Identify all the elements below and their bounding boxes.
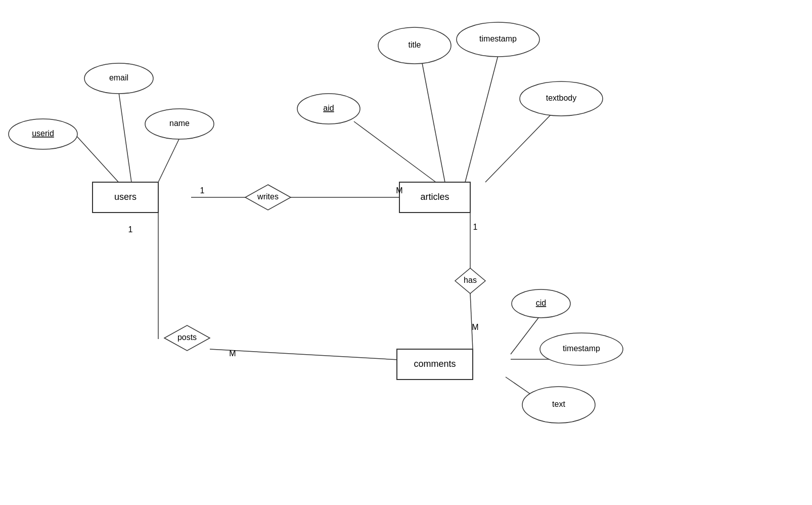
rel-writes-label: writes <box>257 192 279 201</box>
attr-cid-label: cid <box>536 299 546 307</box>
rel-has-label: has <box>464 276 477 284</box>
line-userid <box>75 134 125 190</box>
line-name <box>158 138 179 182</box>
entity-users-label: users <box>114 192 137 202</box>
line-has-comments <box>470 293 473 349</box>
attr-title-label: title <box>409 40 421 49</box>
line-email <box>119 93 131 182</box>
attr-textbody-label: textbody <box>546 94 576 102</box>
card-posts-m: M <box>229 349 236 358</box>
card-has-1: 1 <box>473 223 478 231</box>
attr-text-label: text <box>552 400 565 408</box>
line-cid <box>511 318 538 354</box>
attr-userid-label: userid <box>32 129 54 138</box>
line-timestamp-art <box>465 56 498 182</box>
line-aid <box>354 121 436 182</box>
attr-timestamp-comments-label: timestamp <box>563 344 600 353</box>
line-title <box>422 63 445 182</box>
card-has-m: M <box>472 323 478 331</box>
card-posts-1: 1 <box>128 225 133 234</box>
attr-name-label: name <box>169 119 190 128</box>
card-writes-1: 1 <box>200 186 205 195</box>
entity-articles-label: articles <box>420 192 449 202</box>
card-writes-m: M <box>396 186 402 195</box>
rel-posts-label: posts <box>177 333 197 342</box>
attr-timestamp-articles-label: timestamp <box>479 34 517 43</box>
line-textbody <box>485 114 551 182</box>
entity-comments-label: comments <box>414 359 456 369</box>
attr-email-label: email <box>109 73 128 82</box>
er-diagram: users articles comments writes has posts… <box>0 0 812 505</box>
attr-aid-label: aid <box>323 104 334 112</box>
